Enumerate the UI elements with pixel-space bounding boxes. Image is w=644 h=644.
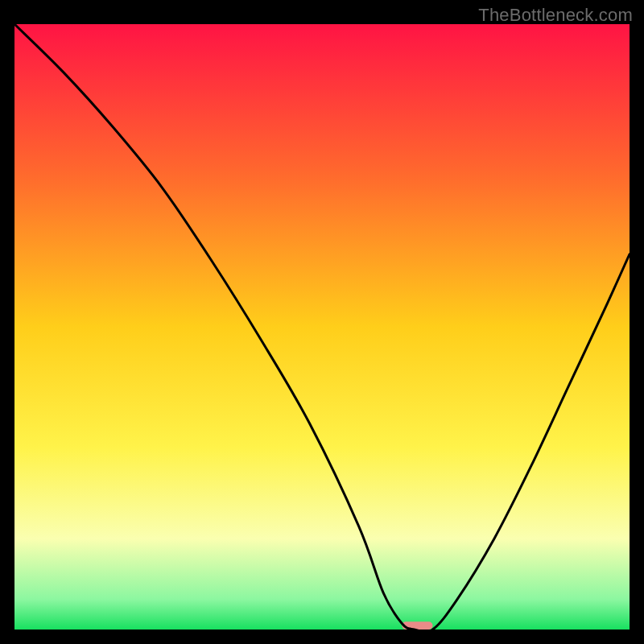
bottleneck-chart <box>14 24 630 630</box>
watermark-text: TheBottleneck.com <box>478 5 633 26</box>
plot-area <box>14 24 630 630</box>
gradient-background <box>14 24 630 630</box>
chart-frame: TheBottleneck.com <box>0 0 644 644</box>
